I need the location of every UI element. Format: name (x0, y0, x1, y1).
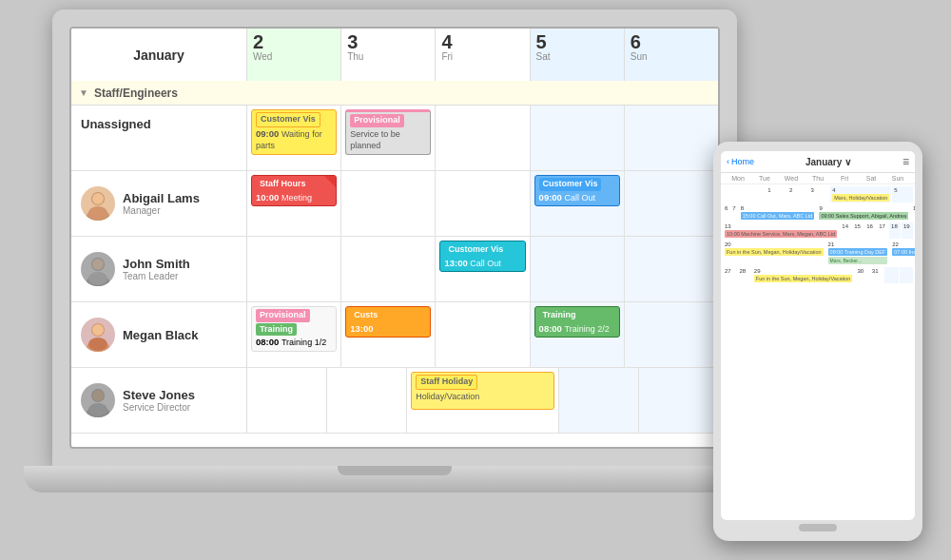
t-day-27: 27 (723, 267, 736, 283)
row-john: John Smith Team Leader Customer Vis 13:0… (71, 237, 718, 302)
t-day-7: 7 (730, 204, 737, 221)
t-day-empty1 (723, 186, 744, 203)
badge-provisional-megan: Provisional (256, 309, 310, 322)
t-day-2: 2 (787, 186, 808, 203)
tablet-title: January ∨ (805, 157, 851, 167)
label-john: John Smith Team Leader (71, 237, 247, 301)
tablet: ‹ Home January ∨ ≡ Mon Tue Wed Thu Fri S… (713, 142, 922, 541)
row-abigail: Abigail Lams Manager Staff Hours 10:00 (71, 171, 718, 237)
badge-customer-vis: Customer Vis (256, 112, 320, 127)
svg-point-15 (88, 403, 107, 416)
cell-steve-thu (327, 368, 407, 433)
t-day-29: 29 Fun in the Sun, Megan, Holiday/Vacati… (752, 267, 855, 283)
tablet-week-5: 27 28 29 Fun in the Sun, Megan, Holiday/… (723, 267, 913, 283)
day-col-5: 5 Sat (531, 29, 625, 81)
cell-megan-fri (436, 302, 530, 367)
corner-indicator (324, 176, 336, 187)
badge-cv-blue: Customer Vis (539, 178, 602, 191)
t-day-8: 8 15:00 Call Out, Mars, ABC Ltd (739, 204, 817, 221)
section-arrow: ▼ (79, 87, 88, 98)
cell-unassigned-thu: Provisional Service to be planned (341, 106, 436, 170)
day-name-thu: Thu (347, 51, 363, 62)
tablet-day-sun: Sun (884, 175, 911, 182)
svg-point-6 (92, 259, 104, 270)
tablet-back-button[interactable]: ‹ Home (727, 157, 754, 166)
event-customer-vis-waiting[interactable]: Customer Vis 09:00 Waiting for parts (251, 109, 337, 155)
day-num-3: 3 (347, 32, 358, 51)
t-day-empty4 (900, 267, 913, 283)
label-abigail: Abigail Lams Manager (71, 171, 247, 236)
badge-cv-john: Customer Vis (444, 243, 507, 257)
event-time-custs: 13:00 (350, 323, 373, 334)
tablet-day-fri: Fri (831, 175, 858, 182)
t-day-22: 22 07:00 Installation at customer site A… (890, 241, 915, 265)
t-day-9: 9 09:00 Sales Support, Abigail, Andrea (817, 204, 910, 221)
event-megan-custs[interactable]: Custs 13:00 (345, 306, 431, 338)
event-staff-hours-meeting[interactable]: Staff Hours 10:00 Meeting (251, 175, 337, 206)
event-steve-holiday[interactable]: Staff Holiday Holiday/Vacation (411, 372, 553, 410)
name-john: John Smith (123, 257, 190, 271)
event-time-meeting: 10:00 (256, 192, 279, 203)
name-megan: Megan Black (123, 328, 198, 342)
cell-unassigned-sun (625, 106, 718, 170)
name-abigail: Abigail Lams (123, 191, 200, 205)
tablet-calendar-grid: 1 2 3 4Mars, Holiday/Vacation 5 6 7 8 15… (721, 184, 915, 520)
t-day-10: 10 (911, 204, 915, 221)
svg-point-14 (92, 390, 104, 401)
laptop-notch (338, 466, 452, 475)
t-day-13: 13 10:00 Machine Service, Mars, Megan, A… (723, 222, 839, 239)
day-col-6: 6 Sun (625, 29, 718, 81)
tablet-day-sat: Sat (858, 175, 884, 182)
event-time-megan: 08:00 (256, 337, 279, 347)
event-megan-training2[interactable]: Training 08:00 Training 2/2 (534, 306, 620, 338)
event-time-john: 13:00 (444, 258, 467, 268)
label-unassigned: Unassigned (71, 106, 247, 170)
hamburger-icon[interactable]: ≡ (902, 155, 909, 168)
name-steve: Steve Jones (123, 388, 195, 402)
cell-abigail-sat: Customer Vis 09:00 Call Out (531, 171, 625, 236)
avatar-abigail (81, 186, 115, 221)
label-steve: Steve Jones Service Director (71, 368, 247, 433)
t-day-15: 15 (852, 222, 864, 239)
cell-megan-thu: Custs 13:00 (341, 302, 436, 367)
avatar-steve (81, 383, 115, 417)
day-num-4: 4 (441, 32, 452, 51)
event-desc-holiday: Holiday/Vacation (416, 392, 479, 401)
event-provisional-service[interactable]: Provisional Service to be planned (345, 109, 431, 155)
calendar-header: January 2 Wed 3 Thu 4 (71, 29, 718, 81)
section-header: ▼ Staff/Engineers (71, 81, 718, 106)
tablet-week-1: 1 2 3 4Mars, Holiday/Vacation 5 (723, 186, 913, 203)
cell-steve-sat (559, 368, 639, 433)
tablet-back-label: Home (731, 157, 754, 166)
tablet-week-3: 13 10:00 Machine Service, Mars, Megan, A… (723, 222, 913, 239)
t-day-21: 21 08:00 Training Day DEF Mars, Becker..… (826, 241, 890, 265)
badge-provisional: Provisional (350, 114, 404, 127)
laptop-body: January 2 Wed 3 Thu 4 (52, 10, 737, 466)
day-columns-header: 2 Wed 3 Thu 4 Fri 5 Sat (247, 29, 718, 81)
tablet-home-button[interactable] (799, 524, 837, 531)
laptop-base (24, 466, 766, 492)
avatar-megan (81, 318, 115, 352)
t-day-30: 30 (855, 267, 868, 283)
tablet-week-4: 20 Fun in the Sun, Megan, Holiday/Vacati… (723, 241, 913, 265)
day-num-5: 5 (536, 32, 547, 51)
cell-unassigned-sat (531, 106, 625, 170)
event-customer-vis-callout[interactable]: Customer Vis 09:00 Call Out (534, 175, 620, 206)
row-steve: Steve Jones Service Director Staff Holid… (71, 368, 718, 434)
cell-john-sun (625, 237, 718, 301)
tablet-day-tue: Tue (751, 175, 778, 182)
cell-steve-fri: Staff Holiday Holiday/Vacation (407, 368, 558, 433)
label-megan: Megan Black (71, 302, 247, 367)
chevron-left-icon: ‹ (727, 157, 729, 166)
tablet-day-wed: Wed (778, 175, 805, 182)
day-name-wed: Wed (253, 51, 272, 62)
cell-abigail-fri (436, 171, 530, 236)
t-day-19: 19 (902, 222, 913, 239)
event-megan-training[interactable]: Provisional Training 08:00 Training 1/2 (251, 306, 337, 352)
tablet-screen: ‹ Home January ∨ ≡ Mon Tue Wed Thu Fri S… (721, 151, 915, 520)
event-john-callout[interactable]: Customer Vis 13:00 Call Out (439, 241, 525, 272)
cells-steve: Staff Holiday Holiday/Vacation (247, 368, 718, 433)
tablet-day-thu: Thu (805, 175, 831, 182)
t-day-31: 31 (870, 267, 883, 283)
t-day-6: 6 (723, 204, 729, 221)
